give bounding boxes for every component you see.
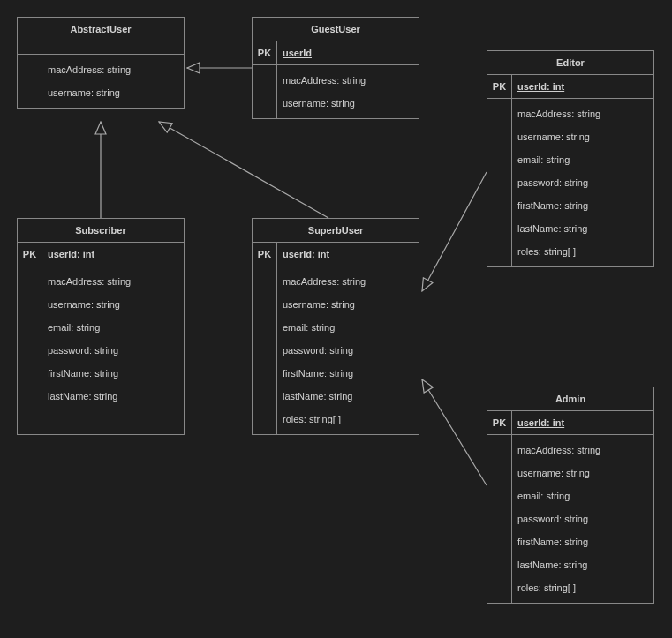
entity-abstract-user: AbstractUser macAddress: string username… — [17, 17, 185, 109]
attr: firstName: string — [512, 194, 653, 217]
attr: firstName: string — [277, 362, 419, 385]
pk-field: userId — [277, 41, 419, 64]
attr: firstName: string — [42, 362, 184, 385]
attr: username: string — [277, 293, 419, 316]
entity-title: SuperbUser — [253, 219, 419, 243]
attr: macAddress: string — [42, 270, 184, 293]
attr: password: string — [277, 339, 419, 362]
attr: lastName: string — [512, 553, 653, 576]
entity-title: Admin — [487, 387, 653, 411]
attr: email: string — [512, 148, 653, 171]
attr: lastName: string — [512, 217, 653, 240]
svg-line-2 — [159, 122, 328, 218]
attr: macAddress: string — [277, 69, 419, 92]
attr: password: string — [512, 507, 653, 530]
attr: email: string — [512, 484, 653, 507]
attr: firstName: string — [512, 530, 653, 553]
pk-field: userId: int — [512, 75, 653, 98]
attr: macAddress: string — [512, 102, 653, 125]
pk-label — [18, 41, 42, 54]
pk-label: PK — [253, 243, 277, 266]
pk-label: PK — [18, 243, 42, 266]
entity-guest-user: GuestUser PK userId macAddress: string u… — [252, 17, 419, 119]
pk-field — [42, 41, 184, 54]
entity-superb-user: SuperbUser PK userId: int macAddress: st… — [252, 218, 419, 435]
entity-subscriber: Subscriber PK userId: int macAddress: st… — [17, 218, 185, 435]
attr: macAddress: string — [512, 439, 653, 462]
attr: username: string — [42, 293, 184, 316]
entity-admin: Admin PK userId: int macAddress: string … — [487, 387, 654, 604]
entity-editor: Editor PK userId: int macAddress: string… — [487, 50, 654, 267]
pk-field: userId: int — [512, 411, 653, 434]
attr: password: string — [512, 171, 653, 194]
attr: email: string — [277, 316, 419, 339]
attr: password: string — [42, 339, 184, 362]
attr: roles: string[ ] — [512, 240, 653, 263]
attr: macAddress: string — [42, 58, 184, 81]
svg-line-3 — [422, 172, 487, 291]
attr: username: string — [512, 462, 653, 484]
attr: username: string — [512, 125, 653, 148]
entity-title: AbstractUser — [18, 18, 184, 41]
attr: email: string — [42, 316, 184, 339]
pk-field: userId: int — [42, 243, 184, 266]
pk-label: PK — [253, 41, 277, 64]
entity-title: Editor — [487, 51, 653, 75]
attr: macAddress: string — [277, 270, 419, 293]
attr: lastName: string — [42, 385, 184, 408]
attr — [42, 408, 184, 431]
pk-label: PK — [487, 75, 512, 98]
entity-title: Subscriber — [18, 219, 184, 243]
attr: roles: string[ ] — [512, 576, 653, 599]
pk-field: userId: int — [277, 243, 419, 266]
attr: username: string — [277, 92, 419, 115]
pk-label: PK — [487, 411, 512, 434]
svg-line-4 — [422, 379, 487, 485]
attr: lastName: string — [277, 385, 419, 408]
entity-title: GuestUser — [253, 18, 419, 41]
attr: username: string — [42, 81, 184, 104]
attr: roles: string[ ] — [277, 408, 419, 431]
